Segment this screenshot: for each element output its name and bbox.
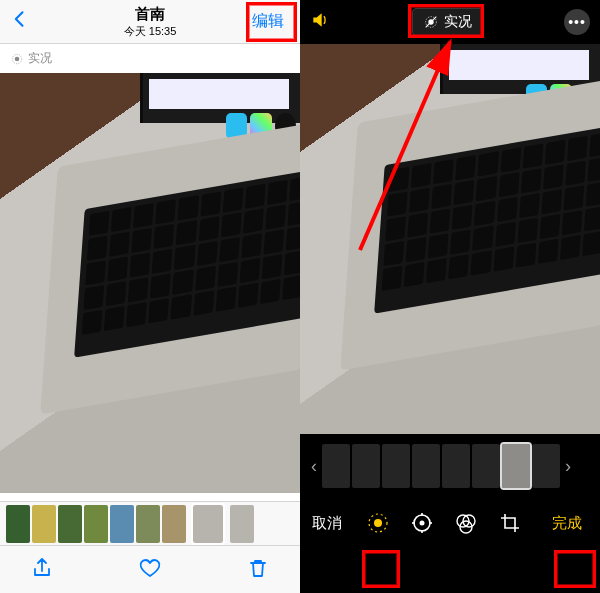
edit-header: 实况 ••• — [300, 0, 600, 44]
share-icon — [30, 556, 54, 580]
frame-thumb[interactable] — [442, 444, 470, 488]
detail-toolbar — [0, 545, 300, 593]
live-tool-icon — [366, 511, 390, 535]
photo-edit-pane: 实况 ••• ‹ — [300, 0, 600, 593]
detail-header: 首南 今天 15:35 编辑 — [0, 0, 300, 44]
thumbnail[interactable] — [32, 505, 56, 543]
delete-button[interactable] — [246, 556, 270, 584]
svg-point-8 — [420, 521, 425, 526]
thumbnail[interactable] — [6, 505, 30, 543]
live-tool-button[interactable] — [365, 510, 391, 536]
photo-detail-pane: 首南 今天 15:35 编辑 实况 — [0, 0, 300, 593]
mute-button[interactable] — [310, 10, 330, 35]
trash-icon — [246, 556, 270, 580]
scrub-left-icon[interactable]: ‹ — [308, 456, 320, 477]
edit-button[interactable]: 编辑 — [246, 8, 290, 35]
back-button[interactable] — [10, 9, 30, 35]
edit-photo-canvas[interactable] — [300, 44, 600, 434]
filters-tool-button[interactable] — [453, 510, 479, 536]
svg-point-0 — [15, 56, 20, 61]
thumbnail[interactable] — [110, 505, 134, 543]
thumbnail[interactable] — [58, 505, 82, 543]
adjust-tool-button[interactable] — [409, 510, 435, 536]
done-button[interactable]: 完成 — [546, 510, 588, 537]
chevron-left-icon — [10, 9, 30, 29]
live-photo-off-icon — [423, 14, 439, 30]
favorite-button[interactable] — [138, 556, 162, 584]
photo-preview[interactable] — [0, 73, 300, 493]
edit-toolbar: 取消 — [300, 498, 600, 548]
thumbnail[interactable] — [230, 505, 254, 543]
share-button[interactable] — [30, 556, 54, 584]
cancel-button[interactable]: 取消 — [312, 514, 342, 533]
edit-tools — [365, 510, 523, 536]
adjust-icon — [410, 511, 434, 535]
frame-thumb[interactable] — [322, 444, 350, 488]
filters-icon — [454, 511, 478, 535]
thumbnail-strip[interactable] — [0, 501, 300, 545]
svg-line-4 — [425, 17, 436, 28]
frame-thumb[interactable] — [382, 444, 410, 488]
frame-thumb[interactable] — [472, 444, 500, 488]
heart-icon — [138, 556, 162, 580]
frame-thumb[interactable] — [352, 444, 380, 488]
live-photo-label: 实况 — [28, 50, 52, 67]
scrub-right-icon[interactable]: › — [562, 456, 574, 477]
frame-thumb[interactable] — [412, 444, 440, 488]
live-photo-badge: 实况 — [0, 44, 300, 73]
frame-thumb-selected[interactable] — [502, 444, 530, 488]
frame-thumb[interactable] — [532, 444, 560, 488]
annotation-highlight — [362, 550, 400, 588]
live-toggle-button[interactable]: 实况 — [412, 8, 483, 36]
more-button[interactable]: ••• — [564, 9, 590, 35]
frame-scrubber[interactable]: ‹ › — [300, 434, 600, 498]
live-photo-icon — [10, 52, 24, 66]
thumbnail[interactable] — [136, 505, 160, 543]
live-toggle-label: 实况 — [444, 13, 472, 31]
thumbnail[interactable] — [84, 505, 108, 543]
annotation-highlight — [554, 550, 596, 588]
speaker-icon — [310, 10, 330, 30]
more-icon: ••• — [568, 14, 586, 30]
svg-point-5 — [374, 519, 382, 527]
crop-tool-button[interactable] — [497, 510, 523, 536]
crop-icon — [498, 511, 522, 535]
thumbnail-current[interactable] — [193, 505, 223, 543]
thumbnail[interactable] — [162, 505, 186, 543]
